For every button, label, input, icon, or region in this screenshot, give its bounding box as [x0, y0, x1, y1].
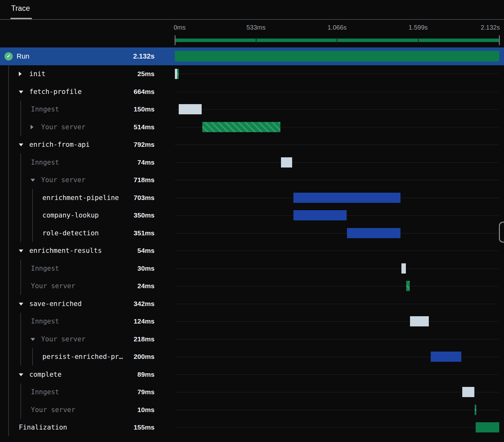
- timeline-ruler[interactable]: 0ms533ms1.066s1.599s2.132s: [0, 20, 504, 47]
- tick-label: 2.132s: [481, 24, 500, 31]
- grid-line: [175, 251, 499, 251]
- grid-line: [175, 180, 499, 180]
- tick-label: 1.599s: [408, 24, 428, 31]
- trace-row-fetch-profile[interactable]: fetch-profile664ms: [0, 83, 504, 101]
- chevron-down-icon[interactable]: [19, 144, 23, 146]
- chevron-down-icon[interactable]: [19, 90, 23, 93]
- trace-row-persist-enriched-pr-[interactable]: persist-enriched-pr…200ms: [0, 348, 504, 366]
- trace-row-enrichment-pipeline[interactable]: enrichment-pipeline703ms: [0, 189, 504, 207]
- row-duration: 150ms: [134, 105, 155, 113]
- ruler-tick: [337, 37, 337, 44]
- row-duration: 514ms: [134, 123, 155, 131]
- tree-guide-line: [20, 153, 21, 242]
- row-duration: 79ms: [137, 388, 155, 396]
- span-bar-run[interactable]: [175, 51, 499, 61]
- trace-row-enrichment-results[interactable]: enrichment-results54ms: [0, 242, 504, 260]
- row-duration: 74ms: [137, 159, 155, 166]
- span-bar-step[interactable]: [431, 352, 461, 362]
- trace-row-your-server[interactable]: Your server718ms: [0, 171, 504, 189]
- row-label: Inngest: [31, 388, 59, 396]
- chevron-down-icon[interactable]: [31, 179, 35, 182]
- span-bar-inngest[interactable]: [281, 157, 292, 168]
- grid-line: [175, 304, 499, 304]
- row-label: Your server: [41, 123, 85, 131]
- trace-row-complete[interactable]: complete89ms: [0, 366, 504, 383]
- trace-row-enrich-from-api[interactable]: enrich-from-api792ms: [0, 136, 504, 154]
- trace-row-your-server[interactable]: Your server10ms: [0, 401, 504, 419]
- trace-row-company-lookup[interactable]: company-lookup350ms: [0, 207, 504, 225]
- row-label: role-detection: [42, 229, 99, 237]
- grid-line: [175, 427, 499, 428]
- span-bar-step[interactable]: [293, 193, 400, 203]
- span-bar-inngest[interactable]: [179, 104, 202, 114]
- trace-row-your-server[interactable]: Your server24ms: [0, 277, 504, 295]
- tree-guide-line: [32, 189, 33, 242]
- run-label: Run: [17, 52, 29, 61]
- trace-row-inngest[interactable]: Inngest30ms: [0, 260, 504, 277]
- trace-row-save-enriched[interactable]: save-enriched342ms: [0, 295, 504, 313]
- row-duration: 25ms: [137, 70, 155, 78]
- span-bar-finalization[interactable]: [476, 422, 499, 432]
- grid-line: [175, 392, 499, 392]
- row-label: fetch-profile: [29, 88, 82, 96]
- tick-label: 533ms: [246, 24, 265, 31]
- span-bar-inngest[interactable]: [462, 387, 474, 397]
- chevron-down-icon[interactable]: [19, 373, 23, 376]
- ruler-tick: [418, 37, 419, 44]
- span-bar-server[interactable]: [475, 405, 476, 415]
- grid-line: [175, 109, 499, 110]
- row-duration: 351ms: [134, 229, 155, 237]
- tree-guide-line: [20, 313, 21, 366]
- tick-label: 0ms: [174, 24, 186, 31]
- row-label: persist-enriched-pr…: [42, 353, 123, 360]
- run-row[interactable]: ✓Run2.132s: [0, 47, 504, 65]
- trace-row-init[interactable]: init25ms: [0, 65, 504, 83]
- trace-row-inngest[interactable]: Inngest150ms: [0, 101, 504, 118]
- span-bar-inngest[interactable]: [175, 69, 177, 79]
- span-bar-inngest[interactable]: [410, 316, 429, 326]
- grid-line: [175, 162, 499, 163]
- trace-row-role-detection[interactable]: role-detection351ms: [0, 224, 504, 242]
- tree-guide-line: [32, 348, 33, 366]
- span-bar-inngest[interactable]: [401, 263, 406, 274]
- tab-trace[interactable]: Trace: [11, 4, 30, 13]
- row-duration: 703ms: [134, 194, 155, 202]
- trace-row-inngest[interactable]: Inngest79ms: [0, 383, 504, 401]
- row-label: enrichment-results: [29, 247, 102, 254]
- tree-guide-line: [20, 101, 21, 136]
- row-label: save-enriched: [29, 300, 82, 308]
- span-bar-server[interactable]: [406, 281, 410, 291]
- row-label: Inngest: [31, 105, 59, 113]
- row-duration: 89ms: [137, 371, 155, 378]
- span-bar-server[interactable]: [177, 69, 179, 79]
- row-label: Finalization: [19, 424, 67, 431]
- row-duration: 200ms: [134, 353, 155, 360]
- row-label: Inngest: [31, 159, 59, 166]
- row-duration: 54ms: [137, 247, 155, 254]
- chevron-down-icon[interactable]: [31, 338, 35, 341]
- row-label: enrich-from-api: [29, 141, 90, 148]
- chevron-right-icon[interactable]: [31, 125, 33, 129]
- trace-row-inngest[interactable]: Inngest124ms: [0, 313, 504, 331]
- scrollbar-thumb[interactable]: [499, 222, 504, 243]
- row-label: Your server: [41, 176, 85, 184]
- trace-row-finalization[interactable]: Finalization155ms: [0, 419, 504, 437]
- trace-row-your-server[interactable]: Your server218ms: [0, 330, 504, 348]
- row-label: complete: [29, 371, 61, 378]
- row-label: company-lookup: [42, 211, 99, 219]
- grid-line: [175, 92, 499, 92]
- span-bar-step[interactable]: [347, 228, 400, 238]
- tree-guide-line: [8, 65, 9, 437]
- chevron-right-icon[interactable]: [19, 72, 22, 76]
- chevron-down-icon[interactable]: [19, 250, 23, 253]
- row-duration: 350ms: [134, 211, 155, 219]
- span-bar-step[interactable]: [293, 210, 347, 220]
- grid-line: [175, 339, 499, 339]
- span-bar-server[interactable]: [202, 122, 280, 132]
- row-duration: 10ms: [137, 406, 155, 414]
- trace-row-your-server[interactable]: Your server514ms: [0, 118, 504, 136]
- check-circle-icon: ✓: [4, 52, 13, 61]
- trace-row-inngest[interactable]: Inngest74ms: [0, 153, 504, 171]
- chevron-down-icon[interactable]: [19, 303, 23, 305]
- row-duration: 218ms: [134, 335, 155, 343]
